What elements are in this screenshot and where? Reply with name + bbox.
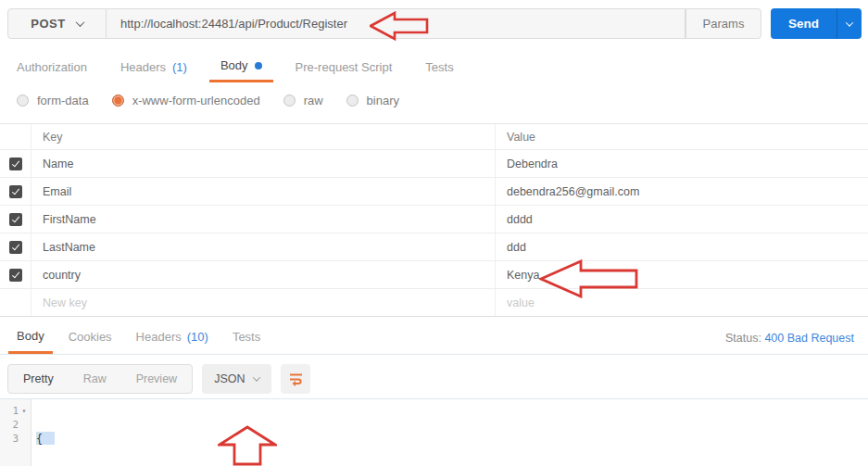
new-key-input[interactable] (43, 296, 472, 309)
key-cell[interactable]: Name (31, 150, 496, 177)
check-icon (11, 270, 19, 278)
line-number-gutter: 1 ▾ 2 3 (0, 399, 31, 466)
radio-selected-icon (112, 94, 124, 107)
radio-raw[interactable]: raw (283, 94, 323, 107)
tab-authorization[interactable]: Authorization (17, 51, 87, 82)
view-pretty-button[interactable]: Pretty (8, 365, 69, 393)
key-cell[interactable]: Email (31, 178, 496, 205)
code-line-1: { (36, 432, 868, 446)
format-dropdown[interactable]: JSON (202, 364, 271, 394)
response-tab-body[interactable]: Body (8, 320, 53, 354)
table-row: country Kenya (0, 261, 868, 289)
view-raw-button[interactable]: Raw (69, 365, 121, 393)
url-input[interactable]: http://localhost:24481/api/Product/Regis… (107, 8, 686, 39)
chevron-down-icon (846, 19, 853, 26)
method-dropdown[interactable]: POST (7, 8, 107, 39)
radio-binary[interactable]: binary (346, 94, 399, 107)
row-checkbox[interactable] (9, 185, 22, 198)
radio-x-www-form-urlencoded[interactable]: x-www-form-urlencoded (112, 94, 260, 107)
request-url-bar: POST http://localhost:24481/api/Product/… (7, 8, 862, 39)
code-fold-icon[interactable]: ▾ (19, 404, 30, 418)
radio-icon (17, 94, 29, 107)
line-number: 3 (0, 432, 19, 446)
row-checkbox[interactable] (9, 241, 22, 254)
value-cell[interactable]: debendra256@gmail.com (496, 178, 868, 205)
row-checkbox[interactable] (9, 213, 22, 226)
response-tab-tests[interactable]: Tests (233, 320, 260, 354)
send-options-button[interactable] (837, 8, 862, 39)
response-tab-headers[interactable]: Headers (10) (136, 320, 208, 354)
key-column-header: Key (31, 124, 496, 149)
postman-app: { "request_bar": { "method": "POST", "ur… (0, 0, 868, 466)
response-toolbar: Pretty Raw Preview JSON (7, 364, 310, 394)
status-badge[interactable]: 400 Bad Request (764, 332, 854, 345)
value-cell[interactable]: Debendra (496, 150, 868, 177)
table-row: FirstName dddd (0, 206, 868, 233)
check-icon (11, 214, 19, 222)
new-value-input[interactable] (507, 296, 850, 309)
radio-form-data[interactable]: form-data (17, 94, 89, 107)
response-status: Status: 400 Bad Request (725, 332, 854, 345)
table-row: Name Debendra (0, 150, 868, 178)
url-text: http://localhost:24481/api/Product/Regis… (120, 17, 347, 31)
radio-icon (283, 94, 296, 107)
key-cell[interactable]: country (31, 261, 496, 288)
tab-headers[interactable]: Headers (1) (120, 51, 187, 82)
new-row (0, 289, 868, 317)
request-tabs: Authorization Headers (1) Body Pre-reque… (0, 51, 868, 82)
value-cell[interactable]: dddd (496, 206, 868, 233)
tab-pre-request-script[interactable]: Pre-request Script (296, 51, 393, 82)
wrap-text-button[interactable] (281, 364, 310, 394)
tab-tests[interactable]: Tests (425, 51, 453, 82)
row-checkbox[interactable] (9, 157, 22, 170)
send-button-group: Send (771, 8, 862, 39)
check-icon (11, 242, 19, 250)
table-row: Email debendra256@gmail.com (0, 178, 868, 206)
urlencoded-kv-table: Key Value Name Debendra Email debendra25… (0, 123, 868, 317)
table-row: LastName ddd (0, 233, 868, 261)
check-icon (11, 158, 19, 167)
check-icon (11, 186, 19, 195)
value-cell[interactable]: Kenya (496, 261, 868, 288)
body-content-dot-icon (255, 62, 262, 69)
params-button[interactable]: Params (686, 8, 761, 39)
radio-icon (346, 94, 359, 107)
json-response-body: { "error": "Please choose a valid countr… (31, 399, 868, 466)
key-cell[interactable]: FirstName (31, 206, 496, 233)
view-preview-button[interactable]: Preview (121, 365, 192, 393)
send-button[interactable]: Send (771, 8, 837, 39)
body-mode-selector: form-data x-www-form-urlencoded raw bina… (17, 88, 399, 112)
response-body-editor[interactable]: 1 ▾ 2 3 { "error": "Please choose a vali… (0, 398, 868, 466)
row-checkbox[interactable] (9, 269, 22, 282)
response-headers-count-badge: (10) (187, 330, 208, 344)
wrap-text-icon (288, 372, 304, 386)
value-cell[interactable]: ddd (496, 233, 868, 260)
value-column-header: Value (496, 124, 868, 149)
kv-header-row: Key Value (0, 123, 868, 150)
view-mode-group: Pretty Raw Preview (7, 364, 193, 394)
method-label: POST (31, 17, 65, 31)
tab-body[interactable]: Body (209, 51, 273, 82)
key-cell[interactable]: LastName (31, 233, 496, 260)
response-tab-cookies[interactable]: Cookies (69, 320, 112, 354)
headers-count-badge: (1) (172, 60, 187, 74)
line-number: 2 (0, 418, 19, 432)
chevron-down-icon (253, 373, 260, 381)
chevron-down-icon (75, 18, 84, 27)
line-number: 1 (0, 404, 19, 418)
